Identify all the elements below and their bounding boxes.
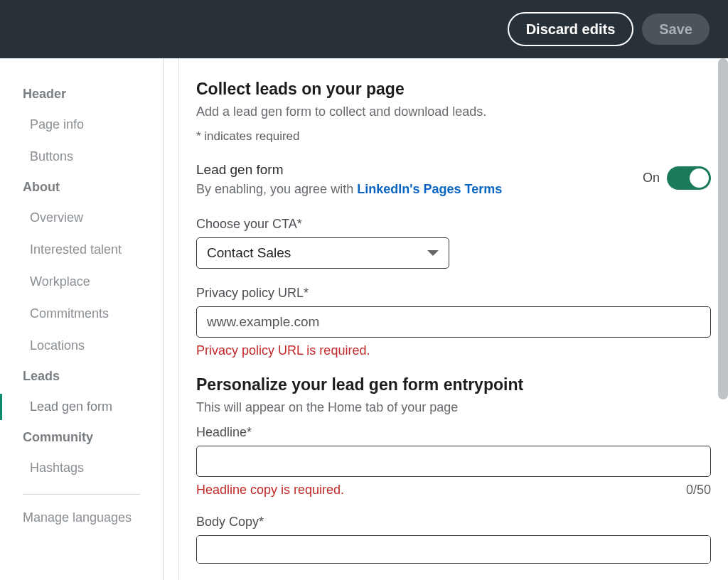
cta-select[interactable]: Contact Sales xyxy=(196,237,449,269)
personalize-title: Personalize your lead gen form entrypoin… xyxy=(196,375,711,394)
required-indicator-note: * indicates required xyxy=(196,129,711,144)
column-gap xyxy=(164,58,179,580)
main-content: Collect leads on your page Add a lead ge… xyxy=(179,58,728,580)
sidebar-item-hashtags[interactable]: Hashtags xyxy=(0,452,163,484)
sidebar-section-community: Community xyxy=(0,423,163,452)
personalize-subtitle: This will appear on the Home tab of your… xyxy=(196,400,711,415)
cta-selected-value: Contact Sales xyxy=(207,245,291,261)
privacy-url-input[interactable] xyxy=(196,306,711,338)
page-subtitle: Add a lead gen form to collect and downl… xyxy=(196,104,711,119)
sidebar-item-overview[interactable]: Overview xyxy=(0,202,163,234)
sidebar-item-lead-gen-form[interactable]: Lead gen form xyxy=(0,391,163,423)
body-copy-label: Body Copy* xyxy=(196,515,711,530)
layout: Header Page info Buttons About Overview … xyxy=(0,58,728,580)
sidebar-section-header: Header xyxy=(0,80,163,109)
sidebar-item-page-info[interactable]: Page info xyxy=(0,109,163,141)
page-title: Collect leads on your page xyxy=(196,80,711,99)
headline-input[interactable] xyxy=(196,446,711,477)
body-copy-input[interactable] xyxy=(196,535,711,564)
scrollbar[interactable] xyxy=(718,58,728,399)
sidebar: Header Page info Buttons About Overview … xyxy=(0,58,164,580)
lead-gen-form-title: Lead gen form xyxy=(196,162,643,178)
toggle-knob xyxy=(690,168,709,188)
sidebar-item-workplace[interactable]: Workplace xyxy=(0,266,163,298)
sidebar-section-leads: Leads xyxy=(0,362,163,391)
headline-label: Headline* xyxy=(196,425,711,440)
terms-link[interactable]: LinkedIn's Pages Terms xyxy=(357,182,502,196)
privacy-url-error: Privacy policy URL is required. xyxy=(196,343,711,358)
toggle-label: On xyxy=(643,171,660,186)
lead-gen-toggle[interactable] xyxy=(667,166,711,190)
sidebar-section-about: About xyxy=(0,173,163,202)
sidebar-item-commitments[interactable]: Commitments xyxy=(0,298,163,330)
headline-counter: 0/50 xyxy=(686,483,711,498)
topbar: Discard edits Save xyxy=(0,0,728,58)
manage-languages-button[interactable]: Manage languages xyxy=(0,498,163,538)
headline-error: Headline copy is required. xyxy=(196,483,344,498)
sidebar-item-buttons[interactable]: Buttons xyxy=(0,141,163,173)
lead-gen-form-desc: By enabling, you agree with LinkedIn's P… xyxy=(196,182,643,197)
save-button[interactable]: Save xyxy=(642,14,710,45)
sidebar-divider xyxy=(23,494,140,495)
privacy-url-label: Privacy policy URL* xyxy=(196,286,711,301)
sidebar-item-locations[interactable]: Locations xyxy=(0,330,163,362)
discard-button[interactable]: Discard edits xyxy=(508,12,634,46)
chevron-down-icon xyxy=(427,250,439,256)
sidebar-item-interested-talent[interactable]: Interested talent xyxy=(0,234,163,266)
cta-label: Choose your CTA* xyxy=(196,217,711,232)
